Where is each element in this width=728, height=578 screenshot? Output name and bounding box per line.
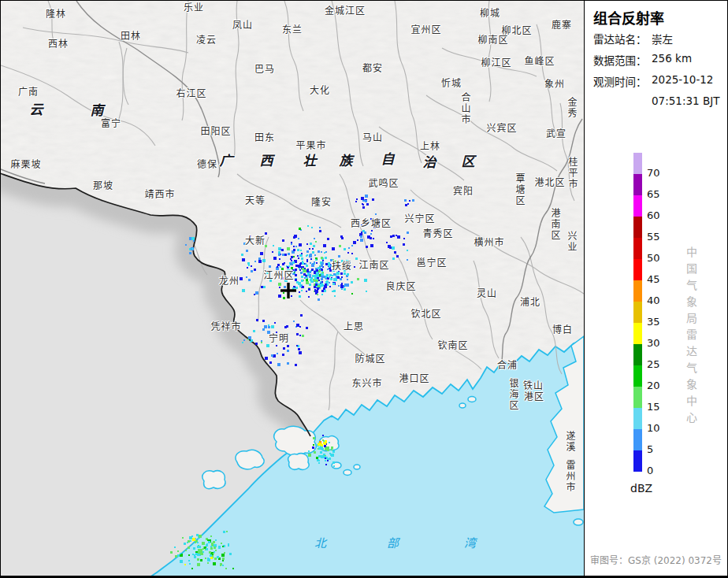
echo-cell [409, 200, 410, 202]
echo-cell [287, 247, 290, 250]
echo-cell [256, 319, 258, 321]
echo-cell [284, 274, 286, 276]
echo-cell [366, 291, 367, 292]
echo-cell [276, 345, 277, 346]
echo-cell [320, 443, 322, 446]
echo-cell [267, 331, 270, 334]
echo-cell [313, 245, 315, 247]
echo-cell [316, 280, 318, 282]
echo-cell [329, 266, 330, 268]
echo-cell [308, 450, 310, 452]
echo-cell [191, 237, 195, 240]
echo-cell [295, 287, 298, 289]
echo-cell [291, 260, 292, 261]
echo-cell [315, 241, 317, 243]
echo-cell [307, 225, 309, 227]
echo-cell [254, 261, 256, 262]
echo-cell [188, 540, 190, 543]
echo-cell [302, 286, 304, 288]
echo-cell [287, 269, 290, 272]
echo-cell [313, 444, 314, 446]
echo-cell [288, 273, 291, 276]
echo-cell [320, 451, 322, 454]
echo-cell [361, 224, 363, 227]
echo-cell [351, 293, 353, 295]
echo-cell [403, 243, 405, 246]
echo-cell [338, 255, 340, 258]
echo-cell [273, 245, 274, 246]
echo-cell [210, 535, 212, 537]
legend-swatch [633, 217, 642, 238]
legend-swatch [633, 450, 642, 472]
echo-cell [300, 254, 303, 257]
echo-cell [291, 256, 293, 258]
echo-cell [278, 251, 280, 254]
echo-cell [309, 248, 310, 250]
echo-cell [306, 250, 309, 253]
echo-cell [191, 568, 193, 569]
echo-cell [265, 232, 267, 235]
echo-cell [310, 262, 311, 264]
echo-cell [332, 247, 335, 250]
echo-cell [328, 264, 330, 266]
echo-cell [366, 223, 368, 224]
echo-cell [189, 237, 191, 239]
echo-cell [362, 206, 365, 209]
echo-cell [304, 268, 306, 269]
echo-cell [321, 271, 323, 272]
echo-cell [190, 540, 191, 542]
echo-cell [321, 273, 324, 276]
echo-cell [189, 563, 191, 565]
echo-cell [193, 547, 195, 550]
echo-cell [280, 266, 281, 268]
echo-cell [287, 362, 289, 365]
echo-cell [329, 458, 331, 460]
legend-tick: 15 [647, 401, 670, 413]
echo-cell [291, 243, 292, 245]
echo-cell [291, 242, 292, 243]
echo-cell [353, 241, 356, 244]
echo-cell [351, 253, 353, 254]
legend-swatch [633, 344, 642, 365]
radar-map: 隆林西林田林乐业凌云凤山东兰金城江区宜州区柳城鹿寨柳北区柳南区柳江区鱼峰区象州忻… [1, 1, 584, 577]
echo-cell [278, 283, 281, 286]
echo-cell [318, 455, 321, 458]
echo-cell [344, 248, 346, 250]
legend-swatch [633, 387, 642, 408]
echo-cell [338, 264, 340, 265]
echo-cell [321, 265, 323, 267]
echo-cell [318, 447, 321, 450]
echo-cell [214, 558, 217, 560]
echo-cell [327, 460, 329, 461]
echo-cell [318, 270, 321, 272]
echo-cell [215, 550, 217, 551]
echo-cell [255, 291, 258, 295]
echo-cell [228, 543, 229, 545]
echo-cell [206, 548, 208, 550]
echo-cell [243, 243, 246, 245]
echo-cell [223, 531, 225, 533]
echo-cell [170, 551, 173, 554]
echo-cell [177, 554, 180, 557]
echo-cell [274, 322, 276, 324]
echo-cell [325, 263, 328, 265]
echo-cell [314, 254, 316, 256]
echo-cell [242, 258, 245, 261]
echo-cell [210, 547, 213, 550]
echo-cell [284, 270, 286, 272]
echo-cell [291, 295, 292, 297]
echo-cell [332, 283, 335, 285]
echo-cell [281, 249, 284, 251]
echo-cell [310, 243, 312, 245]
echo-cell [262, 328, 265, 331]
echo-cell [184, 543, 186, 545]
echo-cell [184, 564, 186, 565]
echo-cell [318, 460, 320, 461]
echo-cell [291, 267, 293, 269]
legend-swatch [633, 195, 642, 217]
echo-cell [299, 335, 301, 336]
echo-cell [298, 282, 301, 285]
echo-cell [362, 204, 364, 206]
legend-tick: 65 [647, 188, 670, 200]
echo-cell [267, 270, 269, 272]
